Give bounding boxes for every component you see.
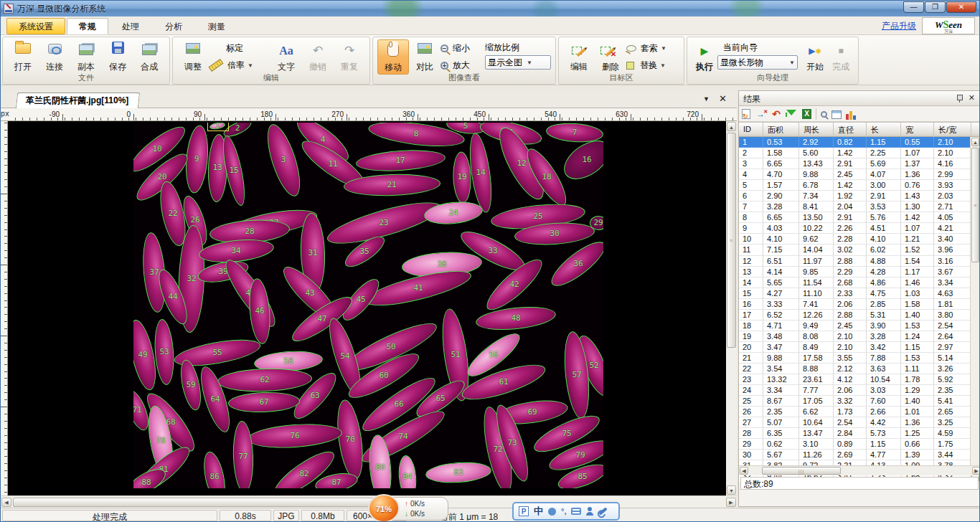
filter-icon[interactable]	[786, 108, 798, 120]
run-button[interactable]: ▶执行	[692, 39, 717, 73]
soft-keyboard-icon[interactable]	[571, 508, 581, 515]
table-row[interactable]: 275.0710.642.544.421.363.25	[739, 417, 980, 428]
finish-button[interactable]: ■完成	[828, 39, 854, 73]
fullwidth-toggle-icon[interactable]	[548, 508, 556, 516]
open-button[interactable]: 打开	[7, 39, 39, 73]
search-icon[interactable]	[821, 111, 827, 118]
product-upgrade-link[interactable]: 产品升级	[882, 20, 916, 32]
table-row[interactable]: 73.288.412.043.531.302.71	[739, 201, 980, 212]
calibrate-button[interactable]: 标定	[209, 39, 270, 57]
table-row[interactable]: 163.337.412.062.851.581.81	[739, 299, 980, 310]
table-row[interactable]: 104.109.622.284.101.213.40	[739, 234, 980, 245]
column-header[interactable]: 周长	[799, 123, 834, 136]
table-row[interactable]: 36.6513.432.915.691.374.16	[739, 158, 980, 169]
results-horizontal-scrollbar[interactable]: ◀ ||| ▶	[739, 465, 980, 475]
text-button[interactable]: Aa文字	[270, 39, 302, 73]
scroll-thumb[interactable]: |||	[762, 467, 841, 475]
scroll-right-icon[interactable]: ▶	[972, 467, 980, 475]
table-row[interactable]: 10.532.920.821.150.552.10	[739, 137, 980, 148]
image-canvas[interactable]: 1234567891011121314151617181920212223242…	[8, 121, 726, 495]
document-close-icon[interactable]: ✕	[719, 93, 727, 104]
zoom-out-button[interactable]: −缩小	[440, 39, 485, 57]
table-row[interactable]: 44.709.882.454.071.362.99	[739, 169, 980, 180]
replace-dropdown-arrow[interactable]: ▼	[657, 62, 669, 69]
scroll-thumb[interactable]	[13, 498, 415, 507]
remove-row-icon[interactable]: →	[755, 108, 766, 120]
undo-button[interactable]: ↶撤销	[302, 39, 334, 73]
table-row[interactable]: 286.3513.472.845.731.254.59	[739, 428, 980, 439]
document-tab[interactable]: 革兰氏阴性杆菌.jpg[110%]	[16, 92, 141, 108]
tab-general[interactable]: 常规	[67, 18, 108, 34]
table-row[interactable]: 243.347.772.063.031.292.35	[739, 385, 980, 396]
compose-button[interactable]: 合成	[133, 39, 165, 73]
specimen-image[interactable]: 1234567891011121314151617181920212223242…	[133, 123, 603, 488]
start-button[interactable]: ▶✱开始	[802, 39, 828, 73]
scroll-up-icon[interactable]: ▲	[727, 122, 736, 131]
ime-logo-icon[interactable]: P	[519, 506, 529, 516]
column-header[interactable]: ID	[739, 123, 763, 136]
zoom-in-button[interactable]: +放大	[440, 57, 485, 74]
tab-analyze[interactable]: 分析	[153, 18, 194, 34]
column-header[interactable]: 直径	[834, 123, 867, 136]
column-header[interactable]: 宽	[901, 123, 934, 136]
scale-combobox[interactable]: 显示全图▼	[485, 55, 551, 70]
bacterium-outline[interactable]	[200, 450, 229, 488]
scroll-thumb[interactable]: ≡	[727, 133, 736, 348]
table-row[interactable]: 94.0310.222.264.511.074.21	[739, 223, 980, 234]
table-row[interactable]: 223.548.882.123.631.113.26	[739, 364, 980, 374]
close-button[interactable]: ✕	[946, 1, 976, 13]
move-button[interactable]: 移动	[377, 39, 409, 75]
wizard-combobox[interactable]: 显微长形物▼	[717, 55, 798, 70]
table-row[interactable]: 51.576.781.423.000.763.93	[739, 180, 980, 191]
table-row[interactable]: 176.5212.262.885.311.403.80	[739, 310, 980, 321]
tab-system-settings[interactable]: 系统设置	[6, 18, 65, 34]
table-row[interactable]: 219.8817.583.557.881.535.14	[739, 353, 980, 364]
table-row[interactable]: 2313.3223.614.1210.541.785.92	[739, 374, 980, 385]
account-icon[interactable]	[586, 507, 593, 516]
memory-ball-widget[interactable]: 71%	[368, 494, 400, 522]
adjust-button[interactable]: 调整	[177, 39, 209, 73]
scroll-up-icon[interactable]: ▲	[971, 138, 979, 146]
table-row[interactable]: 134.149.852.294.281.173.67	[739, 267, 980, 277]
magnification-dropdown-arrow[interactable]: ▼	[245, 62, 256, 69]
punctuation-toggle[interactable]: °,	[561, 507, 566, 516]
pin-icon[interactable]	[956, 94, 963, 103]
table-row[interactable]: 62.907.341.922.911.432.03	[739, 191, 980, 201]
column-header[interactable]: 面积	[763, 123, 799, 136]
table-row[interactable]: 290.623.100.891.150.661.75	[739, 439, 980, 450]
tab-process[interactable]: 处理	[110, 18, 151, 34]
canvas-vertical-scrollbar[interactable]: ▲ ≡ ▼	[726, 121, 737, 495]
results-vertical-scrollbar[interactable]: ▲ ≡ ▼	[970, 137, 980, 482]
scroll-down-icon[interactable]: ▼	[727, 485, 736, 495]
table-row[interactable]: 86.6513.502.915.761.424.05	[739, 212, 980, 223]
table-row[interactable]: 21.585.601.422.251.072.10	[739, 148, 980, 158]
minimize-button[interactable]: —	[903, 1, 924, 13]
table-row[interactable]: 203.478.492.103.421.152.97	[739, 342, 980, 353]
magnification-button[interactable]: 倍率▼	[209, 57, 270, 74]
scroll-left-icon[interactable]: ◀	[740, 467, 748, 475]
restore-icon[interactable]: ↶	[771, 108, 782, 120]
lasso-button[interactable]: 套索▼	[626, 39, 679, 57]
table-row[interactable]: 262.356.621.732.661.012.65	[739, 407, 980, 417]
copy-button[interactable]: 副本	[70, 39, 102, 73]
results-close-icon[interactable]: ✕	[969, 93, 975, 103]
table-row[interactable]: 184.719.492.453.901.532.54	[739, 321, 980, 331]
table-row[interactable]: 145.6511.542.684.861.463.34	[739, 277, 980, 288]
maximize-button[interactable]: ❐	[925, 1, 946, 13]
replace-button[interactable]: 替换▼	[626, 57, 679, 74]
contrast-button[interactable]: 对比	[409, 39, 440, 73]
column-header[interactable]: 长	[867, 123, 901, 136]
table-row[interactable]: 154.2711.102.334.751.034.63	[739, 288, 980, 299]
window-icon[interactable]	[831, 110, 842, 119]
table-row[interactable]: 126.5111.972.884.881.543.16	[739, 256, 980, 267]
excel-export-icon[interactable]: X	[802, 109, 811, 119]
connect-button[interactable]: 连接	[39, 39, 70, 73]
chart-icon[interactable]	[846, 110, 857, 120]
scroll-right-icon[interactable]: ▶	[726, 498, 736, 507]
table-row[interactable]: 305.6711.262.694.771.393.44	[739, 450, 980, 460]
settings-wrench-icon[interactable]	[599, 507, 608, 515]
tab-list-dropdown-icon[interactable]: ▼	[703, 95, 710, 103]
refresh-report-icon[interactable]	[742, 109, 750, 119]
scroll-thumb[interactable]: ≡	[971, 148, 979, 262]
table-row[interactable]: 258.6717.053.327.601.405.41	[739, 396, 980, 407]
